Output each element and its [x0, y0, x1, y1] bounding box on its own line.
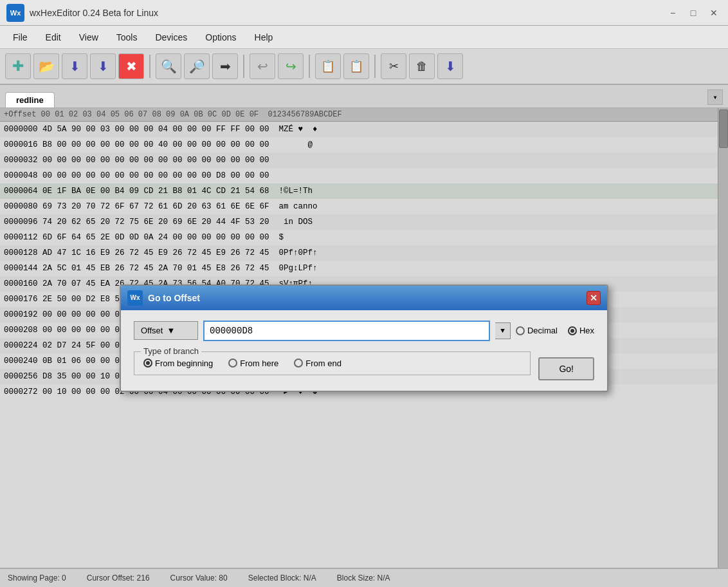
offset-dropdown-arrow: ▼: [167, 326, 175, 335]
open-icon: 📂: [39, 59, 55, 74]
copy-button[interactable]: 📋: [315, 53, 341, 79]
save-as-icon: ⬇: [98, 59, 109, 74]
radio-hex[interactable]: Hex: [568, 326, 594, 335]
cut-icon: ✂: [389, 59, 399, 73]
hex-label: Hex: [579, 326, 594, 335]
main-content: redline ▾ +Offset 00 01 02 03 04 05 06 0…: [0, 85, 728, 568]
toolbar-sep-2: [243, 55, 244, 78]
dialog-row1: Offset ▼ ▼ Decimal: [134, 321, 594, 341]
offset-input[interactable]: [203, 321, 490, 341]
redo-button[interactable]: ↪: [278, 53, 304, 79]
dialog-logo: Wx: [127, 290, 143, 306]
status-block-size: Block Size: N/A: [337, 573, 390, 582]
close-file-icon: ✖: [126, 59, 137, 74]
menu-file[interactable]: File: [5, 30, 35, 45]
radio-from-here-circle: [228, 359, 237, 368]
menu-view[interactable]: View: [71, 30, 106, 45]
dialog-overlay: Wx Go to Offset ✕ Offset ▼: [0, 108, 728, 568]
minimize-button[interactable]: −: [665, 5, 680, 21]
go-button[interactable]: Go!: [538, 357, 594, 380]
radio-decimal[interactable]: Decimal: [516, 326, 558, 335]
from-here-label: From here: [240, 359, 278, 368]
goto-icon: ➡: [220, 59, 231, 74]
download-button[interactable]: ⬇: [437, 53, 463, 79]
undo-button[interactable]: ↩: [250, 53, 275, 79]
radio-from-end[interactable]: From end: [294, 359, 341, 368]
menu-devices[interactable]: Devices: [147, 30, 195, 45]
decimal-label: Decimal: [527, 326, 558, 335]
delete-icon: 🗑: [416, 60, 428, 73]
goto-dialog: Wx Go to Offset ✕ Offset ▼: [120, 284, 608, 392]
goto-button[interactable]: ➡: [212, 53, 238, 79]
dialog-close-button[interactable]: ✕: [587, 291, 601, 305]
radio-from-beginning[interactable]: From beginning: [143, 359, 213, 368]
find-button[interactable]: 🔍: [156, 53, 181, 79]
title-bar: Wx wxHexEditor 0.24 Beta for Linux − □ ✕: [0, 0, 728, 26]
toolbar-sep-1: [149, 55, 150, 78]
find-adv-button[interactable]: 🔎: [184, 53, 210, 79]
radio-decimal-circle: [516, 326, 525, 335]
dialog-title-left: Wx Go to Offset: [127, 290, 200, 306]
save-as-button[interactable]: ⬇: [90, 53, 116, 79]
menu-options[interactable]: Options: [197, 30, 244, 45]
branch-legend: Type of branch: [141, 346, 201, 356]
close-button[interactable]: ✕: [706, 5, 722, 21]
dialog-titlebar: Wx Go to Offset ✕: [121, 286, 607, 310]
status-page: Showing Page: 0: [8, 573, 66, 582]
redo-icon: ↪: [286, 59, 296, 74]
close-file-button[interactable]: ✖: [118, 53, 144, 79]
maximize-button[interactable]: □: [686, 5, 701, 21]
find-adv-icon: 🔎: [189, 59, 205, 74]
cut-button[interactable]: ✂: [381, 53, 406, 79]
undo-icon: ↩: [257, 59, 268, 74]
tab-bar: redline ▾: [0, 85, 728, 108]
radio-from-beginning-circle: [143, 359, 152, 368]
save-button[interactable]: ⬇: [62, 53, 87, 79]
dialog-body: Offset ▼ ▼ Decimal: [121, 310, 607, 391]
status-cursor-value: Cursor Value: 80: [170, 573, 228, 582]
status-bar: Showing Page: 0 Cursor Offset: 216 Curso…: [0, 568, 728, 587]
title-left: Wx wxHexEditor 0.24 Beta for Linux: [6, 4, 158, 22]
find-icon: 🔍: [161, 59, 177, 74]
tab-redline[interactable]: redline: [5, 92, 55, 107]
paste-button[interactable]: 📋: [343, 53, 369, 79]
open-button[interactable]: 📂: [33, 53, 59, 79]
app-logo: Wx: [6, 4, 24, 22]
toolbar: ✚ 📂 ⬇ ⬇ ✖ 🔍 🔎 ➡ ↩ ↪ 📋 📋 ✂ 🗑 ⬇: [0, 49, 728, 85]
from-end-label: From end: [305, 359, 341, 368]
branch-group: Type of branch From beginning From here: [134, 351, 531, 375]
status-selected-block: Selected Block: N/A: [248, 573, 316, 582]
new-button[interactable]: ✚: [5, 53, 31, 79]
copy-icon: 📋: [321, 59, 335, 73]
title-controls: − □ ✕: [665, 5, 722, 21]
download-icon: ⬇: [445, 59, 456, 74]
new-icon: ✚: [12, 58, 24, 75]
radio-from-end-circle: [294, 359, 303, 368]
save-icon: ⬇: [69, 59, 80, 74]
title-text: wxHexEditor 0.24 Beta for Linux: [30, 8, 158, 18]
radio-hex-circle: [568, 326, 577, 335]
menu-tools[interactable]: Tools: [109, 30, 145, 45]
menu-bar: File Edit View Tools Devices Options Hel…: [0, 26, 728, 49]
status-cursor-offset: Cursor Offset: 216: [87, 573, 150, 582]
delete-button[interactable]: 🗑: [409, 53, 435, 79]
menu-help[interactable]: Help: [247, 30, 281, 45]
offset-label: Offset: [141, 326, 163, 335]
input-dropdown-btn[interactable]: ▼: [495, 322, 511, 339]
toolbar-sep-4: [374, 55, 376, 78]
radio-group-format: Decimal Hex: [516, 326, 594, 335]
toolbar-sep-3: [309, 55, 310, 78]
hex-content-wrapper: +Offset 00 01 02 03 04 05 06 07 08 09 0A…: [0, 108, 728, 568]
input-dropdown-arrow: ▼: [500, 327, 505, 335]
radio-from-here[interactable]: From here: [228, 359, 278, 368]
menu-edit[interactable]: Edit: [38, 30, 69, 45]
tab-dropdown[interactable]: ▾: [707, 89, 723, 105]
from-beginning-label: From beginning: [155, 359, 213, 368]
dialog-title-text: Go to Offset: [148, 293, 200, 303]
paste-icon: 📋: [349, 59, 363, 73]
offset-dropdown[interactable]: Offset ▼: [134, 321, 198, 340]
